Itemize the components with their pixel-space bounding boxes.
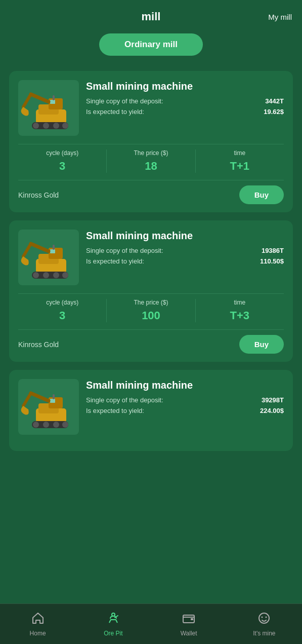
ore-pit-icon [107, 612, 120, 628]
svg-line-4 [31, 94, 49, 102]
machine-name-3: Small mining machine [86, 379, 284, 391]
time-col-1: time T+1 [196, 149, 284, 173]
yield-row-1: Is expected to yield: 19.62$ [86, 108, 284, 116]
svg-rect-11 [53, 95, 55, 100]
yield-row-2: Is expected to yield: 110.50$ [86, 257, 284, 265]
svg-point-9 [53, 123, 59, 129]
svg-point-31 [33, 422, 39, 428]
svg-point-10 [62, 123, 68, 129]
svg-point-34 [62, 422, 68, 428]
its-mine-icon [257, 612, 271, 628]
card-info-1: Small mining machine Single copy of the … [86, 80, 284, 119]
divider-2 [18, 293, 284, 294]
divider-1 [18, 144, 284, 144]
svg-point-33 [53, 422, 59, 428]
nav-its-mine[interactable]: It's mine [227, 612, 302, 637]
tab-bar: Ordinary mill [0, 28, 302, 66]
deposit-row-3: Single copy of the deposit: 39298T [86, 396, 284, 404]
svg-point-8 [43, 123, 49, 129]
home-icon [31, 612, 45, 628]
my-mill-link[interactable]: My mill [268, 13, 292, 21]
svg-rect-39 [191, 618, 193, 620]
deposit-value-2: 19386T [262, 247, 284, 254]
deposit-label-3: Single copy of the deposit: [86, 396, 163, 404]
machine-name-1: Small mining machine [86, 80, 284, 92]
brand-1: Kinross Gold [18, 191, 59, 199]
page-title: mill [142, 10, 161, 23]
card-stats-1: cycle (days) 3 The price ($) 18 time T+1 [18, 149, 284, 173]
time-value-1: T+1 [198, 160, 281, 173]
yield-label-1: Is expected to yield: [86, 108, 144, 116]
nav-wallet[interactable]: Wallet [151, 612, 227, 637]
ordinary-mill-tab[interactable]: Ordinary mill [99, 33, 203, 56]
svg-point-22 [62, 272, 68, 278]
deposit-value-1: 3442T [265, 97, 284, 105]
price-label-1: The price ($) [109, 149, 192, 157]
deposit-value-3: 39298T [262, 396, 284, 404]
ore-pit-label: Ore Pit [104, 630, 122, 637]
cards-container: Small mining machine Single copy of the … [0, 66, 302, 502]
svg-rect-23 [53, 245, 55, 250]
svg-line-16 [31, 244, 49, 251]
yield-value-1: 19.62$ [264, 108, 284, 116]
deposit-label-2: Single copy of the deposit: [86, 247, 163, 254]
yield-row-3: Is expected to yield: 224.00$ [86, 407, 284, 414]
yield-value-3: 224.00$ [260, 407, 284, 414]
time-value-2: T+3 [198, 309, 281, 322]
machine-image-2 [18, 230, 79, 285]
price-value-1: 18 [109, 160, 192, 173]
time-label-1: time [198, 149, 281, 157]
svg-rect-27 [50, 399, 55, 403]
nav-home[interactable]: Home [0, 612, 75, 637]
machine-card-2: Small mining machine Single copy of the … [9, 220, 293, 362]
buy-button-1[interactable]: Buy [239, 185, 284, 204]
machine-card-3: Small mining machine Single copy of the … [9, 370, 293, 451]
card-footer-2: Kinross Gold Buy [18, 335, 284, 354]
time-col-2: time T+3 [196, 299, 284, 322]
deposit-row-2: Single copy of the deposit: 19386T [86, 247, 284, 254]
home-label: Home [30, 630, 46, 637]
yield-label-3: Is expected to yield: [86, 407, 144, 414]
nav-ore-pit[interactable]: Ore Pit [75, 612, 151, 637]
brand-2: Kinross Gold [18, 340, 59, 349]
svg-point-21 [53, 272, 59, 278]
divider-1b [18, 180, 284, 180]
machine-card-1: Small mining machine Single copy of the … [9, 71, 293, 212]
deposit-label-1: Single copy of the deposit: [86, 97, 163, 105]
cycle-label-1: cycle (days) [21, 149, 104, 157]
svg-point-20 [43, 272, 49, 278]
price-col-2: The price ($) 100 [107, 299, 195, 322]
cycle-value-1: 3 [21, 160, 104, 173]
card-top-2: Small mining machine Single copy of the … [18, 230, 284, 285]
svg-point-42 [266, 616, 267, 618]
buy-button-2[interactable]: Buy [239, 335, 284, 354]
svg-rect-15 [50, 249, 55, 253]
cycle-col-2: cycle (days) 3 [18, 299, 107, 322]
svg-line-29 [23, 393, 31, 406]
divider-2b [18, 329, 284, 330]
svg-point-19 [33, 272, 39, 278]
machine-image-3 [18, 379, 79, 435]
card-info-3: Small mining machine Single copy of the … [86, 379, 284, 418]
svg-rect-35 [53, 394, 55, 399]
cycle-label-2: cycle (days) [21, 299, 104, 306]
svg-line-5 [23, 94, 31, 107]
svg-line-28 [31, 393, 49, 401]
cycle-value-2: 3 [21, 309, 104, 322]
card-info-2: Small mining machine Single copy of the … [86, 230, 284, 268]
card-footer-1: Kinross Gold Buy [18, 185, 284, 204]
deposit-row-1: Single copy of the deposit: 3442T [86, 97, 284, 105]
time-label-2: time [198, 299, 281, 306]
cycle-col-1: cycle (days) 3 [18, 149, 107, 173]
svg-rect-3 [50, 100, 55, 104]
svg-point-32 [43, 422, 49, 428]
header: mill My mill [0, 0, 302, 28]
svg-point-41 [262, 616, 263, 618]
card-stats-2: cycle (days) 3 The price ($) 100 time T+… [18, 299, 284, 322]
yield-value-2: 110.50$ [260, 257, 284, 265]
yield-label-2: Is expected to yield: [86, 257, 144, 265]
card-top-3: Small mining machine Single copy of the … [18, 379, 284, 435]
its-mine-label: It's mine [253, 630, 275, 637]
svg-line-17 [23, 244, 31, 256]
wallet-label: Wallet [181, 630, 197, 637]
